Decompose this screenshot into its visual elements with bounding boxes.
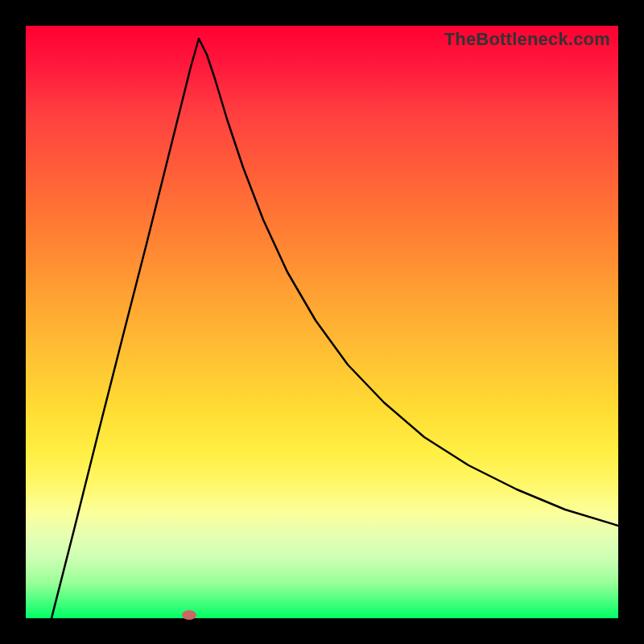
optimum-marker (182, 610, 196, 620)
chart-plot-area: TheBottleneck.com (26, 26, 618, 618)
bottleneck-curve (26, 26, 618, 618)
